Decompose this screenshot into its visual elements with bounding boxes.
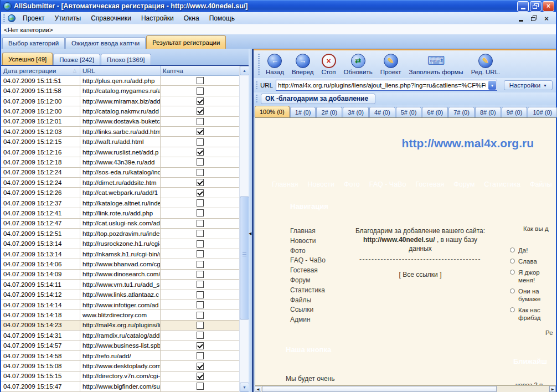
- toolbar-grip[interactable]: [256, 81, 257, 89]
- toolbar-button[interactable]: ✎ Проект: [377, 53, 405, 76]
- radio-icon[interactable]: [510, 288, 515, 293]
- table-row[interactable]: 04.07.2009 15:15:47 http://www.bigfinder…: [1, 381, 239, 391]
- table-row[interactable]: 04.07.2009 15:14:11 http://www.vrn.tu1.r…: [1, 280, 239, 290]
- thread-tab[interactable]: 6# (0): [422, 107, 448, 117]
- toolbar-button[interactable]: × Стоп: [318, 53, 340, 76]
- close-button[interactable]: ×: [543, 1, 554, 12]
- table-row[interactable]: 04.07.2009 15:12:41 http://link.rote.ru/…: [1, 208, 239, 218]
- toolbar-grip[interactable]: [256, 95, 257, 102]
- table-row[interactable]: 04.07.2009 15:12:01 http://www.dostavka-…: [1, 117, 239, 127]
- menu-item[interactable]: Утилиты: [50, 13, 86, 24]
- captcha-checkbox[interactable]: [197, 107, 204, 115]
- radio-icon[interactable]: [510, 270, 515, 275]
- table-row[interactable]: 04.07.2009 15:12:51 http://top.pozdravim…: [1, 229, 239, 239]
- table-row[interactable]: 04.07.2009 15:14:31 http://ramdix.ru/cat…: [1, 331, 239, 341]
- table-row[interactable]: 04.07.2009 15:15:08 http://www.desktopla…: [1, 361, 239, 371]
- toolbar-button[interactable]: ⇄ Обновить: [340, 53, 377, 76]
- toolbar-grip[interactable]: [258, 54, 260, 75]
- captcha-checkbox[interactable]: [197, 291, 204, 298]
- column-header-captcha[interactable]: Каптча: [161, 66, 239, 75]
- thread-tab[interactable]: 4# (0): [369, 107, 395, 117]
- captcha-checkbox[interactable]: [197, 271, 204, 278]
- toolbar-grip[interactable]: [3, 14, 5, 22]
- sidebar-link[interactable]: Форум: [290, 276, 326, 286]
- sidebar-link[interactable]: Главная: [290, 226, 326, 236]
- mdi-close-button[interactable]: ×: [543, 14, 550, 22]
- captcha-checkbox[interactable]: [197, 77, 204, 84]
- sidebar-link[interactable]: FAQ - ЧаВо: [290, 256, 326, 266]
- url-dropdown-icon[interactable]: ▼: [488, 81, 496, 90]
- table-row[interactable]: 04.07.2009 15:15:15 http://directory.v7n…: [1, 372, 239, 381]
- all-links-link[interactable]: [ Все ссылки ]: [326, 270, 514, 279]
- captcha-checkbox[interactable]: [197, 230, 204, 237]
- menu-item[interactable]: Справочники: [86, 13, 136, 24]
- captcha-checkbox[interactable]: [197, 261, 204, 268]
- table-row[interactable]: 04.07.2009 15:14:57 http://www.business-…: [1, 341, 239, 351]
- panel-splitter[interactable]: ◀: [249, 49, 254, 392]
- thread-tab[interactable]: 3# (0): [343, 107, 369, 117]
- table-row[interactable]: 04.07.2009 15:11:51 http://plus.qen.ru/a…: [1, 76, 239, 86]
- captcha-checkbox[interactable]: [197, 352, 204, 359]
- captcha-checkbox[interactable]: [197, 220, 204, 227]
- menu-item[interactable]: Настройки: [136, 13, 179, 24]
- table-row[interactable]: 04.07.2009 15:14:14 http://www.infotiger…: [1, 300, 239, 310]
- captcha-checkbox[interactable]: [197, 363, 204, 370]
- captcha-checkbox[interactable]: [197, 209, 204, 216]
- toolbar-button[interactable]: → Вперед: [288, 53, 318, 76]
- thread-tab[interactable]: 8# (0): [475, 107, 501, 117]
- main-tab[interactable]: Выбор категорий: [2, 37, 65, 49]
- scroll-right-icon[interactable]: ▶: [549, 386, 556, 392]
- captcha-checkbox[interactable]: [197, 373, 204, 380]
- menu-item[interactable]: Окна: [179, 13, 204, 24]
- table-row[interactable]: 04.07.2009 15:12:26 http://cat.webpark.r…: [1, 188, 239, 198]
- captcha-checkbox[interactable]: [197, 179, 204, 186]
- table-row[interactable]: 04.07.2009 15:11:58 http://catalog.mygam…: [1, 86, 239, 96]
- radio-icon[interactable]: [510, 259, 515, 264]
- captcha-checkbox[interactable]: [197, 301, 204, 308]
- scroll-up-icon[interactable]: ▲: [240, 66, 249, 75]
- thread-tab[interactable]: 100% (0): [255, 106, 290, 117]
- thread-tab[interactable]: 1# (0): [290, 107, 316, 117]
- mdi-minimize-button[interactable]: [517, 14, 525, 22]
- captcha-checkbox[interactable]: [197, 250, 204, 257]
- table-row[interactable]: 04.07.2009 15:12:03 http://links.sarbc.r…: [1, 127, 239, 137]
- table-row[interactable]: 04.07.2009 15:12:00 http://www.miramax.b…: [1, 96, 239, 106]
- site-nav-link[interactable]: Новости: [308, 180, 334, 188]
- captcha-checkbox[interactable]: [197, 148, 204, 156]
- main-tab[interactable]: Результат регистрации: [146, 35, 226, 49]
- captcha-checkbox[interactable]: [197, 138, 204, 146]
- table-row[interactable]: 04.07.2009 15:14:06 http://www.bhanvad.c…: [1, 259, 239, 269]
- table-row[interactable]: 04.07.2009 15:14:58 http://refo.ru/add/: [1, 351, 239, 361]
- thread-tab[interactable]: 5# (0): [396, 107, 422, 117]
- thread-tab[interactable]: 9# (0): [502, 107, 528, 117]
- radio-icon[interactable]: [510, 307, 515, 312]
- captcha-checkbox[interactable]: [197, 312, 204, 319]
- thread-tab[interactable]: 10# (0): [528, 107, 557, 117]
- sidebar-link[interactable]: Новости: [290, 236, 326, 246]
- scroll-down-icon[interactable]: ▼: [240, 383, 249, 392]
- table-row[interactable]: 04.07.2009 15:14:12 http://www.links.atl…: [1, 290, 239, 300]
- captcha-checkbox[interactable]: [197, 281, 204, 288]
- sidebar-link[interactable]: Админ: [290, 315, 326, 325]
- site-nav-link[interactable]: Файлы: [530, 180, 552, 188]
- captcha-checkbox[interactable]: [197, 383, 204, 390]
- captcha-checkbox[interactable]: [197, 87, 204, 95]
- scroll-left-icon[interactable]: ◀: [255, 386, 261, 392]
- menu-item[interactable]: Помощь: [204, 13, 240, 24]
- result-status-tab[interactable]: Успешно [49]: [2, 53, 53, 65]
- table-row[interactable]: 04.07.2009 15:14:09 http://www.dinosearc…: [1, 270, 239, 280]
- captcha-checkbox[interactable]: [197, 128, 204, 135]
- toolbar-button[interactable]: ✎ Ред. URL.: [467, 53, 504, 76]
- table-row[interactable]: 04.07.2009 15:12:24 http://sos-eda.ru/ka…: [1, 168, 239, 178]
- table-row[interactable]: 04.07.2009 15:13:14 http://rusrockzone.h…: [1, 239, 239, 249]
- table-row[interactable]: 04.07.2009 15:12:37 http://kataloge.altn…: [1, 198, 239, 208]
- result-status-tab[interactable]: Плохо [1369]: [101, 54, 151, 65]
- table-row[interactable]: 04.07.2009 15:12:00 http://catalog.nakmv…: [1, 106, 239, 116]
- main-tab[interactable]: Ожидают ввода каптчи: [65, 37, 146, 49]
- sidebar-link[interactable]: Файлы: [290, 296, 326, 306]
- restore-button[interactable]: [530, 1, 541, 12]
- captcha-checkbox[interactable]: [197, 118, 204, 125]
- table-row[interactable]: 04.07.2009 15:12:24 http://dirnet.ru/add…: [1, 178, 239, 188]
- sidebar-link[interactable]: Фото: [290, 246, 326, 256]
- captcha-checkbox[interactable]: [197, 322, 204, 329]
